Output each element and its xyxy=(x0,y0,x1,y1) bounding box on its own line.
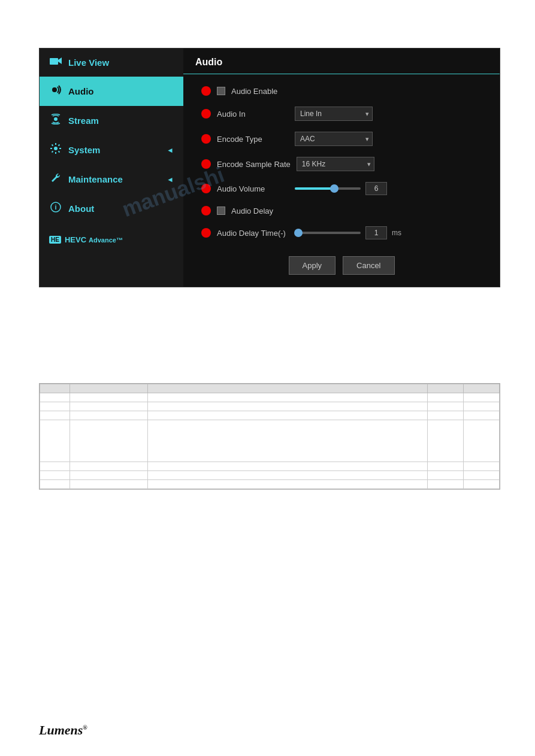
th-3 xyxy=(428,384,464,393)
td-0 xyxy=(40,411,70,420)
audio-delay-time-value[interactable]: 1 xyxy=(365,226,387,239)
sidebar-item-live-view[interactable]: Live View xyxy=(40,48,183,77)
td-1 xyxy=(70,471,148,480)
data-table-section xyxy=(39,383,500,490)
audio-delay-indicator xyxy=(201,206,211,215)
audio-volume-track[interactable] xyxy=(295,187,361,190)
td-1 xyxy=(70,420,148,462)
audio-volume-thumb[interactable] xyxy=(330,184,338,193)
audio-delay-time-track[interactable] xyxy=(295,232,361,234)
hevc-he-badge: HE xyxy=(49,236,61,244)
svg-point-2 xyxy=(52,87,57,92)
td-0 xyxy=(40,462,70,471)
form-area: Audio Enable Audio In Line In Mic In Enc… xyxy=(183,80,500,287)
table-header-row xyxy=(40,384,500,393)
sidebar-item-audio[interactable]: Audio xyxy=(40,77,183,106)
sidebar-item-about[interactable]: i About xyxy=(40,194,183,223)
svg-point-4 xyxy=(54,147,58,150)
content-header: Audio xyxy=(183,48,500,74)
th-0 xyxy=(40,384,70,393)
table-row xyxy=(40,411,500,420)
hevc-advance: Advance™ xyxy=(89,236,123,244)
th-1 xyxy=(70,384,148,393)
encode-type-select[interactable]: AAC G.711 xyxy=(295,132,373,146)
audio-delay-time-label: Audio Delay Time(-) xyxy=(217,229,289,238)
table-row xyxy=(40,393,500,402)
system-arrow: ◄ xyxy=(167,146,174,154)
audio-volume-slider-container: 6 xyxy=(295,182,387,195)
audio-volume-fill xyxy=(295,187,334,190)
button-row: Apply Cancel xyxy=(201,256,482,275)
audio-in-select[interactable]: Line In Mic In xyxy=(295,107,373,121)
td-2 xyxy=(148,402,428,411)
data-table xyxy=(40,384,500,489)
audio-delay-time-indicator xyxy=(201,228,211,238)
audio-in-select-wrapper: Line In Mic In xyxy=(295,107,373,121)
td-3 xyxy=(428,411,464,420)
hevc-text: HEVC xyxy=(65,235,86,244)
audio-delay-time-slider-container: 1 ms xyxy=(295,226,401,239)
td-2 xyxy=(148,420,428,462)
td-3 xyxy=(428,471,464,480)
audio-delay-time-row: Audio Delay Time(-) 1 ms xyxy=(201,226,482,239)
apply-button[interactable]: Apply xyxy=(289,256,336,275)
td-4 xyxy=(464,480,500,489)
th-4 xyxy=(464,384,500,393)
td-4 xyxy=(464,411,500,420)
sidebar: Live View Audio xyxy=(40,48,183,287)
sidebar-label-maintenance: Maintenance xyxy=(68,174,123,184)
audio-delay-label: Audio Delay xyxy=(231,207,303,215)
sidebar-label-system: System xyxy=(68,145,100,155)
td-4 xyxy=(464,402,500,411)
audio-volume-value[interactable]: 6 xyxy=(365,182,387,195)
audio-enable-row: Audio Enable xyxy=(201,86,482,96)
td-0 xyxy=(40,402,70,411)
audio-delay-checkbox[interactable] xyxy=(217,207,225,215)
ms-unit-label: ms xyxy=(392,229,401,237)
camera-icon xyxy=(49,56,62,69)
table-row xyxy=(40,471,500,480)
audio-icon xyxy=(49,84,62,98)
audio-enable-checkbox[interactable] xyxy=(217,87,225,95)
info-icon: i xyxy=(49,202,62,215)
sidebar-label-stream: Stream xyxy=(68,116,99,126)
sidebar-item-stream[interactable]: Stream xyxy=(40,106,183,135)
encode-sample-rate-label: Encode Sample Rate xyxy=(217,160,291,169)
gear-icon xyxy=(49,143,62,157)
hevc-logo: HE HEVC Advance™ xyxy=(40,223,183,256)
td-0 xyxy=(40,480,70,489)
sidebar-label-audio: Audio xyxy=(68,86,94,96)
td-0 xyxy=(40,471,70,480)
td-0 xyxy=(40,420,70,462)
audio-enable-label: Audio Enable xyxy=(231,87,303,96)
page-title: Audio xyxy=(195,57,222,67)
table-row xyxy=(40,420,500,462)
audio-enable-indicator xyxy=(201,86,211,96)
td-4 xyxy=(464,420,500,462)
td-3 xyxy=(428,462,464,471)
td-1 xyxy=(70,402,148,411)
audio-in-label: Audio In xyxy=(217,110,289,119)
audio-in-indicator xyxy=(201,109,211,119)
main-content: Audio Audio Enable Audio In Line In Mic … xyxy=(183,48,500,287)
td-2 xyxy=(148,462,428,471)
table-row xyxy=(40,402,500,411)
td-1 xyxy=(70,393,148,402)
lumens-trademark: ® xyxy=(83,724,87,731)
td-0 xyxy=(40,393,70,402)
td-4 xyxy=(464,471,500,480)
cancel-button[interactable]: Cancel xyxy=(343,256,394,275)
svg-rect-0 xyxy=(50,58,58,65)
encode-sample-rate-select[interactable]: 16 KHz 8 KHz 32 KHz 48 KHz xyxy=(297,157,374,171)
audio-volume-indicator xyxy=(201,184,211,193)
wrench-icon xyxy=(49,172,62,186)
th-2 xyxy=(148,384,428,393)
sidebar-label-live-view: Live View xyxy=(68,57,109,68)
sidebar-item-maintenance[interactable]: Maintenance ◄ xyxy=(40,165,183,194)
lumens-logo: Lumens® xyxy=(39,722,87,738)
sidebar-item-system[interactable]: System ◄ xyxy=(40,135,183,165)
audio-delay-time-thumb[interactable] xyxy=(294,229,303,237)
audio-in-row: Audio In Line In Mic In xyxy=(201,107,482,121)
encode-type-label: Encode Type xyxy=(217,135,289,144)
td-3 xyxy=(428,420,464,462)
